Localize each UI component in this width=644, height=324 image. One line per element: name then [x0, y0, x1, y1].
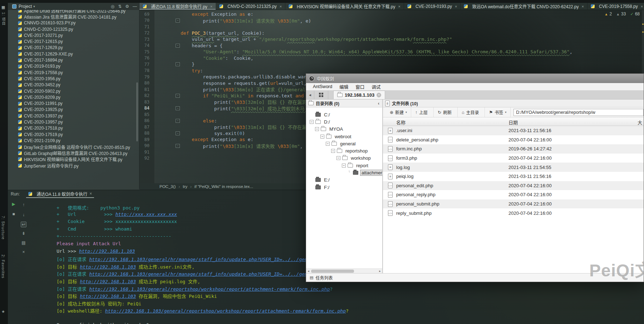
column-name[interactable]: 名称: [396, 119, 405, 126]
run-tab[interactable]: 通达OA 11.8 蚁剑命令执行 ×: [26, 190, 94, 198]
toolwindow-structure-button[interactable]: 7: Structure: [1, 216, 5, 240]
shell-grid-icon[interactable]: [314, 91, 328, 99]
console-link[interactable]: http://192.168.1.103: [79, 248, 135, 254]
toolbar-button[interactable]: ⊕ 新建 ▾: [386, 107, 411, 117]
gear-icon[interactable]: ⚙: [125, 4, 129, 9]
tree-row[interactable]: reportshop: [306, 147, 382, 154]
favorites-star-icon[interactable]: ★: [1, 309, 5, 314]
project-tree-item[interactable]: JunpServer 远程命令执行.py: [8, 162, 139, 168]
up-stack-button[interactable]: ↑: [21, 202, 26, 207]
locate-icon[interactable]: ◎: [111, 4, 114, 9]
horizontal-scrollbar[interactable]: ◂ ▸: [306, 269, 382, 273]
table-row[interactable]: form.inc.php 2019-06-26 14:27:42: [383, 144, 644, 154]
breadcrumb-item[interactable]: if "PeiQi_Wiki" in response.tex...: [195, 184, 253, 189]
toolbar-button[interactable]: ↻ 刷新: [434, 107, 458, 117]
project-tree-item[interactable]: CNNVD-201610-923.PY.py: [8, 20, 139, 26]
collapse-panel-icon[interactable]: ‹: [378, 101, 380, 106]
scroll-right-icon[interactable]: ▸: [378, 269, 382, 273]
editor-tab[interactable]: 致远OA webmail.do任意文件下载 CNVD-2020-62422.py…: [461, 3, 588, 10]
inspections-widget[interactable]: ▲2 ▲33 ✓68: [605, 11, 640, 16]
console-link[interactable]: http://192.168.1.103: [80, 264, 136, 270]
antsword-window[interactable]: 中国蚁剑 AntSword编辑窗口调试 ◂ 192.168.1.103 × 目录…: [306, 73, 644, 282]
editor-tab[interactable]: CNVD-C-2020-121325.py ×: [216, 3, 285, 10]
tree-row[interactable]: E:/: [306, 176, 382, 184]
tree-expander-icon[interactable]: [310, 178, 314, 182]
toolwindow-project-button[interactable]: 1: 项目: [1, 12, 6, 26]
tree-expander-icon[interactable]: [310, 120, 314, 124]
fold-icon[interactable]: [176, 19, 180, 23]
project-tree-item[interactable]: CVE-2020-5902.py: [8, 88, 139, 94]
back-arrow-icon[interactable]: ◂: [306, 91, 314, 99]
chevron-down-icon[interactable]: ▾: [33, 5, 35, 8]
scroll-to-end-button[interactable]: ⇟: [21, 231, 26, 236]
project-tree-item[interactable]: CVE-2020-13957.py: [8, 119, 139, 125]
project-scrollbar[interactable]: [136, 82, 138, 141]
project-tree-item[interactable]: DrayTek企业网络设备 远程命令执行 CVE-2020-8515.py: [8, 144, 139, 150]
stop-button[interactable]: ■: [11, 212, 16, 217]
table-row[interactable]: personal_reply.php 2020-07-04 22:16:00: [383, 190, 644, 199]
fold-icon[interactable]: [176, 150, 180, 154]
editor-tab[interactable]: HIKVISION 视频编码设备接入网关 任意文件下载.py ×: [285, 3, 404, 10]
table-row[interactable]: peiqi.log 2021-03-11 21:56:16: [383, 172, 644, 181]
tree-row[interactable]: report: [306, 162, 382, 169]
fold-icon[interactable]: [176, 75, 180, 79]
project-tree-item[interactable]: CVE-2020-3452.py: [8, 82, 139, 88]
fold-icon[interactable]: [176, 62, 180, 66]
tree-row[interactable]: attachment-re: [306, 169, 382, 176]
close-icon[interactable]: ×: [398, 4, 400, 9]
project-tree-item[interactable]: Apache Druid 远程代码执行漏洞 CVE-2021-25646.py: [8, 10, 139, 14]
fold-icon[interactable]: [176, 144, 180, 148]
clear-console-button[interactable]: ×: [21, 250, 26, 255]
toolbar-button[interactable]: ⌂ 主目录: [458, 107, 485, 117]
rerun-button[interactable]: ▶: [11, 202, 16, 207]
console-link[interactable]: http://192.168.1.103: [80, 294, 136, 299]
tree-row[interactable]: webroot: [306, 133, 382, 140]
tree-row[interactable]: MYOA: [306, 126, 382, 133]
menu-item[interactable]: 编辑: [336, 83, 352, 91]
tree-expander-icon[interactable]: [310, 185, 314, 189]
project-tree-item[interactable]: CVE-2019-0193.py: [8, 63, 139, 69]
hide-panel-icon[interactable]: —: [133, 4, 137, 9]
fold-icon[interactable]: [176, 119, 180, 123]
project-tree-item[interactable]: CNVD-C-2020-121325.py: [8, 26, 139, 32]
breadcrumb-item[interactable]: POC_3(): [159, 184, 176, 189]
console-link[interactable]: http://192.168.1.103/general/reportshop/…: [105, 308, 346, 314]
tree-expander-icon[interactable]: [310, 113, 314, 117]
toolwindow-favorites-button[interactable]: 2: Favorites: [1, 255, 5, 279]
tree-expander-icon[interactable]: [315, 127, 319, 131]
fold-icon[interactable]: [176, 50, 180, 54]
editor-tab[interactable]: 通达OA 11.8 蚁剑命令执行.py ×: [139, 3, 216, 10]
menu-item[interactable]: AntSword: [310, 84, 335, 90]
table-row[interactable]: .user.ini 2021-03-11 21:56:16: [383, 126, 644, 135]
toolbar-button[interactable]: ⚑ 书签 ▾: [485, 107, 511, 117]
project-tree-item[interactable]: Atlassian Jira 信息泄露漏洞 CVE-2020-14181.py: [8, 14, 139, 20]
tree-row[interactable]: workshop: [306, 155, 382, 162]
fold-icon[interactable]: [176, 125, 180, 129]
table-row[interactable]: personal_edit.php 2020-07-04 22:16:00: [383, 181, 644, 190]
tree-expander-icon[interactable]: [336, 156, 340, 160]
table-row[interactable]: form3.php 2020-07-04 22:16:00: [383, 154, 644, 163]
fold-icon[interactable]: [176, 69, 180, 73]
fold-icon[interactable]: [176, 87, 180, 91]
tree-expander-icon[interactable]: [342, 164, 346, 168]
tree-row[interactable]: F:/: [306, 184, 382, 191]
tree-expander-icon[interactable]: [320, 135, 324, 139]
table-row[interactable]: reply_submit.php 2020-07-04 22:16:00: [383, 208, 644, 218]
soft-wrap-button[interactable]: ↩: [21, 222, 26, 227]
project-tree-item[interactable]: CVE-2020-8209.py: [8, 94, 139, 100]
menu-item[interactable]: 调试: [368, 83, 384, 91]
tree-row[interactable]: C:/: [306, 111, 382, 118]
console-link[interactable]: http://192.168.1.103/general/reportshop/…: [89, 286, 330, 292]
path-input[interactable]: [513, 109, 644, 116]
fold-icon[interactable]: [176, 137, 180, 141]
table-row[interactable]: delete_personal.php 2020-07-04 22:16:00: [383, 135, 644, 145]
fold-icon[interactable]: [176, 106, 180, 110]
fold-icon[interactable]: [176, 156, 180, 160]
project-tree-item[interactable]: CVE-2017-10271.py: [8, 32, 139, 38]
table-row[interactable]: personal_submit.php 2020-07-04 22:16:00: [383, 199, 644, 209]
print-button[interactable]: ▤: [21, 240, 26, 245]
project-tree-item[interactable]: CVE-2017-12629.py: [8, 45, 139, 51]
project-tree-item[interactable]: CVE-2020-13937.py: [8, 113, 139, 119]
down-stack-button[interactable]: ↓: [21, 212, 26, 217]
scrollbar-thumb[interactable]: [311, 270, 354, 273]
